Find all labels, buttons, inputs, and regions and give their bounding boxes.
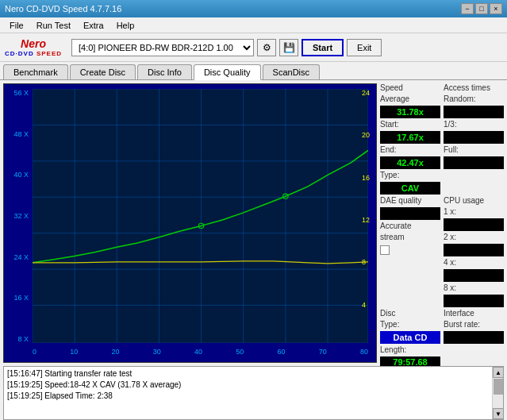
disc-interface-section: Disc Type: Data CD Length: 79:57.68 Inte…	[380, 309, 504, 366]
drive-select[interactable]: [4:0] PIONEER BD-RW BDR-212D 1.00	[71, 39, 254, 56]
x-label-30: 30	[153, 348, 161, 356]
y-label-48: 48 X	[13, 130, 29, 138]
y-label-16: 16 X	[13, 294, 29, 302]
y-label-32: 32 X	[13, 212, 29, 220]
options-icon-button[interactable]: ⚙	[257, 39, 276, 56]
cpu-section: CPU usage 1 x: 2 x: 4 x: 8 x:	[444, 196, 504, 307]
disc-type-label: Type:	[380, 320, 440, 329]
disc-type-value: Data CD	[380, 331, 440, 344]
y-label-40: 40 X	[13, 171, 29, 179]
type-value: CAV	[380, 182, 440, 195]
log-line-2: [15:19:25] Speed:18-42 X CAV (31.78 X av…	[7, 380, 489, 391]
x-axis: 0 10 20 30 40 50 60 70 80	[33, 345, 368, 359]
y-axis-left: 56 X 48 X 40 X 32 X 24 X 16 X 8 X	[4, 89, 31, 343]
tab-benchmark[interactable]: Benchmark	[3, 64, 68, 79]
burst-value	[444, 331, 504, 344]
y-right-16: 16	[362, 174, 370, 182]
main-content: 56 X 48 X 40 X 32 X 24 X 16 X 8 X	[0, 80, 507, 366]
tab-bar: Benchmark Create Disc Disc Info Disc Qua…	[0, 62, 507, 80]
minimize-button[interactable]: −	[461, 3, 474, 14]
log-scrollbar: ▲ ▼	[492, 367, 503, 419]
average-value: 31.78x	[380, 106, 440, 118]
y-label-8: 8 X	[17, 335, 29, 343]
dae-section: DAE quality Accurate stream	[380, 196, 440, 307]
accurate-stream-checkbox-row	[380, 245, 440, 255]
logo: Nero CD·DVD SPEED	[5, 37, 62, 57]
dae-value	[380, 207, 440, 220]
tab-scan-disc[interactable]: ScanDisc	[263, 64, 320, 79]
x-label-40: 40	[194, 348, 202, 356]
close-button[interactable]: ×	[490, 3, 502, 14]
cpu-2x-label: 2 x:	[444, 233, 504, 241]
average-label: Average	[380, 94, 440, 103]
access-section-label: Access times	[444, 83, 504, 92]
menu-extra[interactable]: Extra	[77, 19, 110, 32]
toolbar: Nero CD·DVD SPEED [4:0] PIONEER BD-RW BD…	[0, 33, 507, 62]
menu-help[interactable]: Help	[110, 19, 141, 32]
accurate-label: Accurate	[380, 222, 440, 230]
logo-sub: CD·DVD SPEED	[5, 50, 62, 57]
chart-inner	[33, 89, 368, 343]
cpu-4x-value	[444, 269, 504, 282]
one-third-label: 1/3:	[444, 120, 504, 129]
menubar: File Run Test Extra Help	[0, 17, 507, 33]
dae-cpu-section: DAE quality Accurate stream CPU usage 1 …	[380, 196, 504, 307]
disc-length-value: 79:57.68	[380, 356, 440, 366]
interface-section: Interface Burst rate:	[444, 309, 504, 366]
full-label: Full:	[444, 145, 504, 154]
log-line-3: [15:19:25] Elapsed Time: 2:38	[7, 391, 489, 402]
x-label-60: 60	[277, 348, 285, 356]
y-right-8: 8	[362, 258, 366, 266]
cpu-label: CPU usage	[444, 196, 504, 205]
save-icon-button[interactable]: 💾	[279, 39, 298, 56]
tab-disc-quality[interactable]: Disc Quality	[194, 64, 261, 80]
tab-disc-info[interactable]: Disc Info	[137, 64, 192, 79]
speed-section: Speed Average 31.78x Start: 17.67x End: …	[380, 83, 440, 195]
speed-access-section: Speed Average 31.78x Start: 17.67x End: …	[380, 83, 504, 195]
menu-file[interactable]: File	[3, 19, 30, 32]
x-label-20: 20	[111, 348, 119, 356]
cpu-2x-value	[444, 244, 504, 256]
y-right-20: 20	[362, 131, 370, 139]
cpu-4x-label: 4 x:	[444, 258, 504, 267]
logo-nero: Nero	[21, 37, 46, 50]
accurate-stream-checkbox[interactable]	[380, 245, 390, 255]
start-button[interactable]: Start	[302, 39, 344, 56]
end-label: End:	[380, 145, 440, 154]
scroll-track	[493, 378, 503, 408]
y-right-4: 4	[362, 301, 366, 309]
y-label-24: 24 X	[13, 253, 29, 261]
x-label-0: 0	[33, 348, 36, 356]
scroll-down-button[interactable]: ▼	[493, 408, 504, 419]
menu-run-test[interactable]: Run Test	[30, 19, 77, 32]
tab-create-disc[interactable]: Create Disc	[70, 64, 136, 79]
log-line-1: [15:16:47] Starting transfer rate test	[7, 368, 489, 380]
maximize-button[interactable]: □	[475, 3, 488, 14]
exit-button[interactable]: Exit	[347, 39, 382, 56]
full-value	[444, 156, 504, 169]
x-label-70: 70	[319, 348, 327, 356]
scroll-thumb[interactable]	[494, 379, 503, 395]
cpu-8x-value	[444, 295, 504, 307]
chart-area: 56 X 48 X 40 X 32 X 24 X 16 X 8 X	[3, 83, 377, 363]
one-third-value	[444, 131, 504, 144]
disc-section-label: Disc	[380, 309, 440, 318]
type-label: Type:	[380, 171, 440, 179]
x-label-50: 50	[236, 348, 244, 356]
interface-label: Interface	[444, 309, 504, 318]
access-times-section: Access times Random: 1/3: Full:	[444, 83, 504, 195]
window-controls: − □ ×	[461, 3, 502, 14]
log-content: [15:16:47] Starting transfer rate test […	[4, 367, 492, 419]
random-value	[444, 106, 504, 118]
y-right-24: 24	[362, 89, 370, 97]
stream-label: stream	[380, 233, 440, 241]
side-panel: Speed Average 31.78x Start: 17.67x End: …	[380, 80, 507, 366]
y-label-56: 56 X	[13, 89, 29, 97]
disc-section: Disc Type: Data CD Length: 79:57.68	[380, 309, 440, 366]
scroll-up-button[interactable]: ▲	[493, 367, 504, 378]
start-value: 17.67x	[380, 131, 440, 144]
cpu-1x-label: 1 x:	[444, 207, 504, 216]
app-title: Nero CD-DVD Speed 4.7.7.16	[5, 4, 121, 13]
cpu-1x-value	[444, 218, 504, 231]
end-value: 42.47x	[380, 156, 440, 169]
